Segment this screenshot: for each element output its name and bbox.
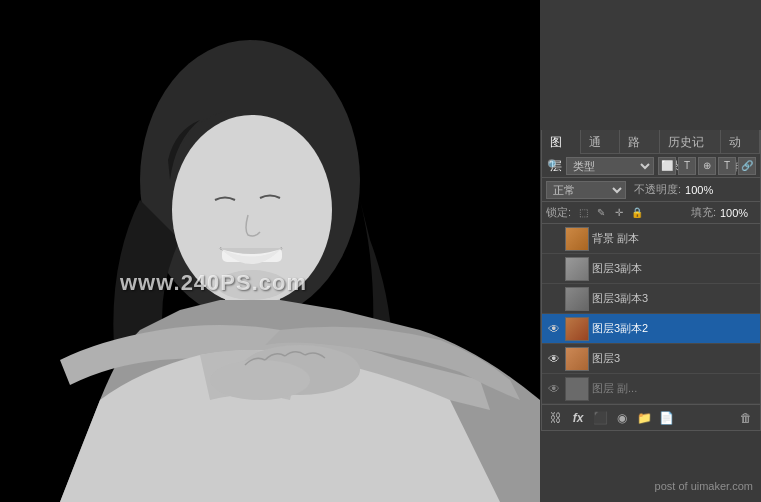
layer-thumbnail bbox=[565, 227, 589, 251]
layer-item[interactable]: 👁 图层3副本 bbox=[542, 254, 760, 284]
layer-item[interactable]: 👁 图层3副本3 bbox=[542, 284, 760, 314]
layer-search-row: 🔍 类型 ⬜ T ⊕ T 🔗 bbox=[542, 154, 760, 178]
delete-layer-button[interactable]: 🗑 bbox=[736, 408, 756, 428]
layer-name-label: 图层3副本3 bbox=[592, 291, 756, 306]
tab-paths[interactable]: 路径 bbox=[620, 130, 659, 154]
layer-thumbnail bbox=[565, 287, 589, 311]
layer-type-select[interactable]: 类型 bbox=[566, 157, 654, 175]
layer-visibility-icon[interactable]: 👁 bbox=[546, 291, 562, 307]
layer-name-label: 图层 副... bbox=[592, 381, 756, 396]
tab-channels[interactable]: 通道 bbox=[581, 130, 620, 154]
opacity-value: 100% bbox=[685, 184, 721, 196]
layer-visibility-icon[interactable]: 👁 bbox=[546, 261, 562, 277]
watermark-text: www.240PS.com bbox=[120, 270, 307, 296]
lock-fill-row: 锁定: ⬚ ✎ ✛ 🔒 填充: 100% bbox=[542, 202, 760, 224]
blend-opacity-row: 正常 不透明度: 100% bbox=[542, 178, 760, 202]
smart-filter-icon[interactable]: 🔗 bbox=[738, 157, 756, 175]
post-credit: post of uimaker.com bbox=[655, 480, 753, 492]
layer-thumbnail bbox=[565, 317, 589, 341]
layer-name-label: 背景 副本 bbox=[592, 231, 756, 246]
canvas-inner: www.240PS.com bbox=[0, 0, 540, 502]
layer-visibility-icon[interactable]: 👁 bbox=[546, 381, 562, 397]
layer-list: 👁 背景 副本 👁 图层3副本 👁 图层3副本3 👁 bbox=[542, 224, 760, 404]
tab-layers[interactable]: 图层 bbox=[542, 130, 581, 154]
blend-mode-select[interactable]: 正常 bbox=[546, 181, 626, 199]
tab-actions[interactable]: 动作 bbox=[721, 130, 760, 154]
new-group-button[interactable]: 📁 bbox=[634, 408, 654, 428]
layer-thumbnail bbox=[565, 347, 589, 371]
lock-move-icon[interactable]: ✛ bbox=[611, 205, 627, 221]
add-adjustment-button[interactable]: ◉ bbox=[612, 408, 632, 428]
text-filter-icon[interactable]: ⊕ bbox=[698, 157, 716, 175]
layer-visibility-icon[interactable]: 👁 bbox=[546, 351, 562, 367]
fill-label: 填充: bbox=[691, 205, 716, 220]
fill-value: 100% bbox=[720, 207, 756, 219]
link-layers-button[interactable]: ⛓ bbox=[546, 408, 566, 428]
layer-name-label: 图层3 bbox=[592, 351, 756, 366]
layer-filter-icons: ⬜ T ⊕ T 🔗 bbox=[658, 157, 756, 175]
layer-item[interactable]: 👁 图层3 bbox=[542, 344, 760, 374]
layer-name-label: 图层3副本 bbox=[592, 261, 756, 276]
layer-item-selected[interactable]: 👁 图层3副本2 bbox=[542, 314, 760, 344]
new-layer-button[interactable]: 📄 bbox=[656, 408, 676, 428]
panel-tab-strip: 图层 通道 路径 历史记录 动作 bbox=[542, 130, 760, 154]
lock-all-icon[interactable]: 🔒 bbox=[629, 205, 645, 221]
layers-panel: 图层 通道 路径 历史记录 动作 🔍 类型 ⬜ T ⊕ T 🔗 正常 不透明度:… bbox=[541, 130, 761, 431]
opacity-label: 不透明度: bbox=[634, 182, 681, 197]
layer-name-label: 图层3副本2 bbox=[592, 321, 756, 336]
photo-image bbox=[0, 0, 540, 502]
adjustment-filter-icon[interactable]: T bbox=[678, 157, 696, 175]
search-icon: 🔍 bbox=[546, 158, 562, 174]
lock-icons-group: ⬚ ✎ ✛ 🔒 bbox=[575, 205, 645, 221]
panel-bottom-toolbar: ⛓ fx ⬛ ◉ 📁 📄 🗑 bbox=[542, 404, 760, 430]
lock-paint-icon[interactable]: ✎ bbox=[593, 205, 609, 221]
layer-visibility-icon[interactable]: 👁 bbox=[546, 321, 562, 337]
layer-thumbnail bbox=[565, 377, 589, 401]
layer-item[interactable]: 👁 背景 副本 bbox=[542, 224, 760, 254]
lock-transparent-icon[interactable]: ⬚ bbox=[575, 205, 591, 221]
add-mask-button[interactable]: ⬛ bbox=[590, 408, 610, 428]
layer-thumbnail bbox=[565, 257, 589, 281]
layer-visibility-icon[interactable]: 👁 bbox=[546, 231, 562, 247]
tab-history[interactable]: 历史记录 bbox=[660, 130, 721, 154]
fx-button[interactable]: fx bbox=[568, 408, 588, 428]
vector-filter-icon[interactable]: T bbox=[718, 157, 736, 175]
layer-item[interactable]: 👁 图层 副... bbox=[542, 374, 760, 404]
svg-point-6 bbox=[210, 360, 310, 400]
lock-label: 锁定: bbox=[546, 205, 571, 220]
pixel-filter-icon[interactable]: ⬜ bbox=[658, 157, 676, 175]
